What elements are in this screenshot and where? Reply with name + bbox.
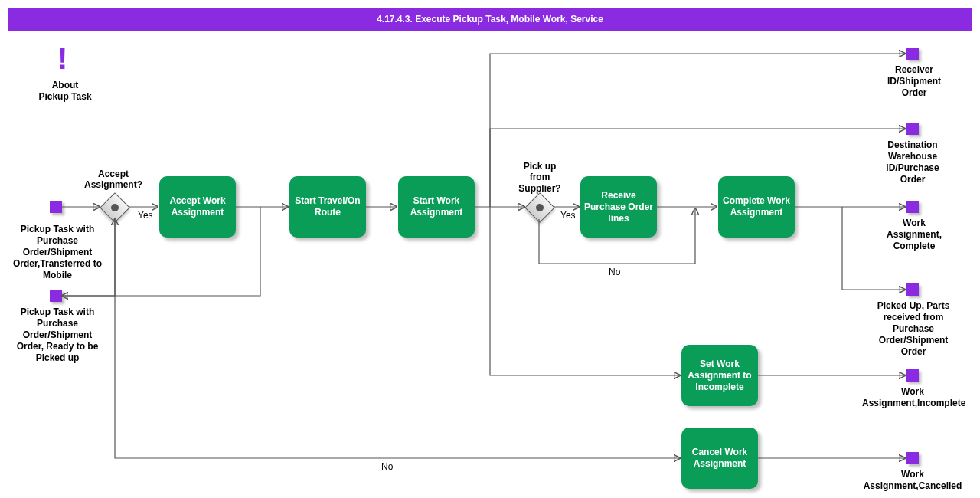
end-wa-cancelled-label: Work Assignment,Cancelled	[862, 469, 963, 492]
end-picked	[906, 283, 919, 296]
end-wa-complete-label: Work Assignment, Complete	[879, 218, 949, 252]
gateway-supplier-label: Pick up from Supplier?	[513, 161, 567, 194]
gateway-accept-label: Accept Assignment?	[83, 169, 144, 191]
flow-connectors	[0, 0, 980, 498]
page-title: 4.17.4.3. Execute Pickup Task, Mobile Wo…	[8, 8, 972, 31]
task-cancel-work: Cancel Work Assignment	[681, 428, 758, 489]
gateway-supplier-no: No	[609, 267, 620, 277]
end-picked-label: Picked Up, Parts received from Purchase …	[865, 300, 962, 358]
end-receiver-label: Receiver ID/Shipment Order	[879, 64, 949, 99]
task-complete-work: Complete Work Assignment	[718, 176, 795, 238]
gateway-accept-yes: Yes	[138, 210, 153, 221]
gateway-supplier-yes: Yes	[560, 210, 576, 221]
task-start-travel: Start Travel/On Route	[289, 176, 366, 238]
task-accept-work: Accept Work Assignment	[159, 176, 236, 238]
gateway-supplier	[524, 192, 555, 223]
annotation-about: AboutPickup Task	[31, 80, 100, 103]
gateway-accept-no: No	[381, 461, 393, 472]
exclamation-icon: !	[57, 46, 67, 70]
end-destwh	[906, 123, 919, 135]
task-set-incomplete: Set Work Assignment to Incomplete	[681, 345, 758, 406]
task-start-work: Start Work Assignment	[398, 176, 475, 238]
task-receive-po: Receive Purchase Order lines	[580, 176, 657, 238]
start-event-1-label: Pickup Task with Purchase Order/Shipment…	[11, 224, 103, 281]
end-wa-incomplete-label: Work Assignment,Incomplete	[862, 386, 963, 409]
start-event-2	[50, 290, 62, 302]
start-event-1	[50, 201, 62, 213]
start-event-2-label: Pickup Task with Purchase Order/Shipment…	[15, 306, 100, 364]
end-wa-incomplete	[906, 369, 919, 382]
end-receiver	[906, 48, 919, 60]
end-wa-complete	[906, 201, 919, 213]
end-destwh-label: Destination Warehouse ID/Purchase Order	[874, 139, 951, 185]
gateway-accept	[100, 192, 130, 223]
end-wa-cancelled	[906, 452, 919, 464]
